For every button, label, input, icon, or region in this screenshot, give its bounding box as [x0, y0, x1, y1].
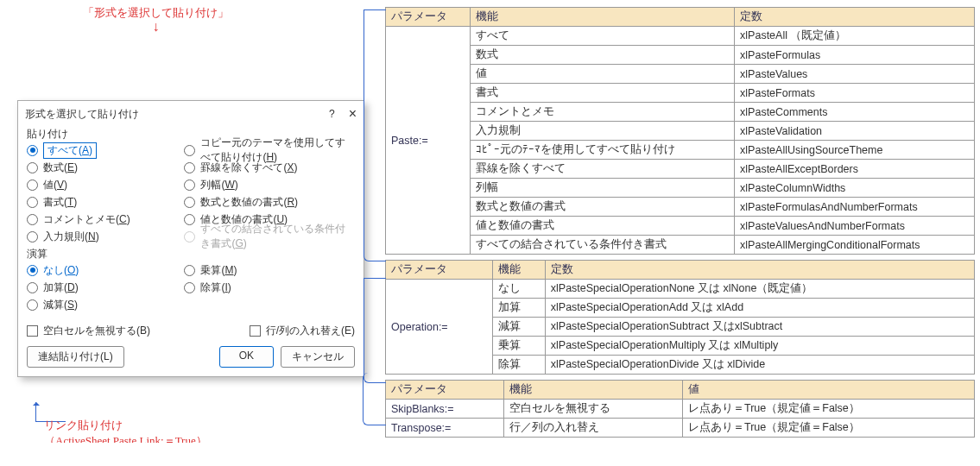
cell: 値と数値の書式 — [470, 217, 734, 236]
radio-option[interactable]: 数式と数値の書式(R) — [184, 193, 355, 211]
param-cell: SkipBlanks:= — [386, 400, 504, 419]
radio-icon — [184, 197, 195, 208]
operation-options: なし(O)加算(D)減算(S) 乗算(M)除算(I) — [18, 261, 364, 313]
close-icon[interactable]: × — [349, 106, 357, 122]
option-label: 値(V) — [43, 178, 67, 192]
radio-icon — [27, 214, 38, 225]
cell: 書式 — [470, 84, 734, 103]
cell: 数式 — [470, 46, 734, 65]
cell: xlPasteColumnWidths — [735, 179, 975, 198]
radio-icon — [27, 179, 38, 191]
other-table: パラメータ 機能 値 SkipBlanks:=空白セルを無視するレ点あり＝Tru… — [385, 380, 975, 438]
cell: 減算 — [492, 318, 545, 337]
ok-button[interactable]: OK — [219, 346, 274, 368]
table-row: すべての結合されている条件付き書式xlPasteAllMergingCondit… — [386, 236, 975, 255]
radio-icon — [27, 145, 38, 156]
help-icon[interactable]: ? — [329, 108, 335, 120]
checkbox-icon — [250, 325, 261, 337]
radio-option[interactable]: すべて(A) — [27, 142, 184, 159]
radio-icon — [27, 231, 38, 242]
cell: 除算 — [492, 356, 545, 375]
table-row: 数式と数値の書式xlPasteFormulasAndNumberFormats — [386, 198, 975, 217]
cell: ｺﾋﾟｰ元のﾃｰﾏを使用してすべて貼り付け — [470, 141, 734, 160]
cell: レ点あり＝True（規定値＝False） — [683, 400, 975, 419]
table-row: 列幅xlPasteColumnWidths — [386, 179, 975, 198]
table-row: 値と数値の書式xlPasteValuesAndNumberFormats — [386, 217, 975, 236]
paste-special-dialog: 形式を選択して貼り付け ? × 貼り付け すべて(A)数式(E)値(V)書式(T… — [17, 100, 364, 377]
table-row: 値xlPasteValues — [386, 65, 975, 84]
radio-option[interactable]: 列幅(W) — [184, 176, 355, 193]
cell: xlPasteAll （既定値） — [735, 27, 975, 46]
table-row: 数式xlPasteFormulas — [386, 46, 975, 65]
radio-icon — [184, 145, 195, 156]
radio-option[interactable]: なし(O) — [27, 261, 184, 279]
table-row: 書式xlPasteFormats — [386, 84, 975, 103]
skipblank-label: 空白セルを無視する(B) — [43, 324, 150, 338]
cell: 罫線を除くすべて — [470, 160, 734, 179]
radio-option[interactable]: 数式(E) — [27, 159, 184, 176]
option-label: 除算(I) — [200, 280, 231, 295]
radio-icon — [184, 162, 195, 173]
radio-icon — [27, 162, 38, 173]
option-label: 罫線を除くすべて(X) — [200, 161, 297, 175]
radio-option[interactable]: 減算(S) — [27, 296, 184, 313]
radio-option[interactable]: コピー元のテーマを使用してすべて貼り付け(H) — [184, 142, 355, 159]
radio-icon — [27, 282, 38, 293]
cell: xlPasteAllExceptBorders — [735, 160, 975, 179]
link-paste-button[interactable]: 連結貼り付け(L) — [27, 346, 124, 368]
table-row: ｺﾋﾟｰ元のﾃｰﾏを使用してすべて貼り付けxlPasteAllUsingSour… — [386, 141, 975, 160]
transpose-label: 行/列の入れ替え(E) — [266, 324, 355, 338]
radio-option[interactable]: 除算(I) — [184, 279, 355, 296]
connector-line — [364, 9, 386, 261]
option-label: 数式と数値の書式(R) — [200, 195, 298, 210]
cell: xlPasteValidation — [735, 122, 975, 141]
cell: xlPasteAllUsingSourceTheme — [735, 141, 975, 160]
option-label: なし(O) — [43, 263, 79, 278]
param-cell: Transpose:= — [386, 419, 504, 438]
radio-icon — [184, 214, 195, 225]
checkbox-icon — [27, 325, 38, 337]
arrow-down-icon: ↓ — [83, 22, 229, 31]
cell: すべての結合されている条件付き書式 — [470, 236, 734, 255]
col-header: 定数 — [545, 261, 974, 280]
cell: 数式と数値の書式 — [470, 198, 734, 217]
cell: xlPasteSpecialOperationAdd 又は xlAdd — [545, 299, 974, 318]
cell: xlPasteFormulasAndNumberFormats — [735, 198, 975, 217]
table-row: 入力規制xlPasteValidation — [386, 122, 975, 141]
cancel-button[interactable]: キャンセル — [281, 346, 355, 368]
cell: xlPasteFormats — [735, 84, 975, 103]
radio-option: すべての結合されている条件付き書式(G) — [184, 228, 355, 245]
cell: xlPasteSpecialOperationNone 又は xlNone（既定… — [545, 280, 974, 299]
cell: xlPasteComments — [735, 103, 975, 122]
param-cell: Operation:= — [386, 280, 493, 375]
cell: 値 — [470, 65, 734, 84]
cell: レ点あり＝True（規定値＝False） — [683, 419, 975, 438]
radio-icon — [184, 231, 195, 242]
option-label: 乗算(M) — [200, 263, 237, 278]
skipblank-checkbox[interactable]: 空白セルを無視する(B) — [27, 322, 150, 339]
option-label: すべて(A) — [43, 142, 97, 159]
option-label: 加算(D) — [43, 280, 79, 295]
radio-option[interactable]: 書式(T) — [27, 193, 184, 211]
cell: xlPasteValuesAndNumberFormats — [735, 217, 975, 236]
radio-option[interactable]: 乗算(M) — [184, 261, 355, 279]
annotation-bottom: リンク貼り付け （ActiveSheet.Paste Link:＝True） — [44, 418, 207, 443]
radio-icon — [27, 197, 38, 208]
radio-icon — [27, 265, 38, 276]
col-header: パラメータ — [386, 381, 504, 400]
col-header: パラメータ — [386, 8, 471, 27]
radio-option[interactable]: 加算(D) — [27, 279, 184, 296]
radio-option[interactable]: 値(V) — [27, 176, 184, 193]
option-label: 入力規則(N) — [43, 230, 99, 244]
col-header: 機能 — [503, 381, 682, 400]
connector-line — [364, 278, 386, 383]
radio-icon — [27, 299, 38, 311]
table-row: コメントとメモxlPasteComments — [386, 103, 975, 122]
transpose-checkbox[interactable]: 行/列の入れ替え(E) — [250, 322, 355, 339]
option-label: 減算(S) — [43, 298, 78, 312]
radio-option[interactable]: コメントとメモ(C) — [27, 211, 184, 228]
radio-icon — [184, 282, 195, 293]
radio-icon — [184, 265, 195, 276]
radio-option[interactable]: 入力規則(N) — [27, 228, 184, 245]
cell: xlPasteSpecialOperationSubtract 又はxlSubt… — [545, 318, 974, 337]
